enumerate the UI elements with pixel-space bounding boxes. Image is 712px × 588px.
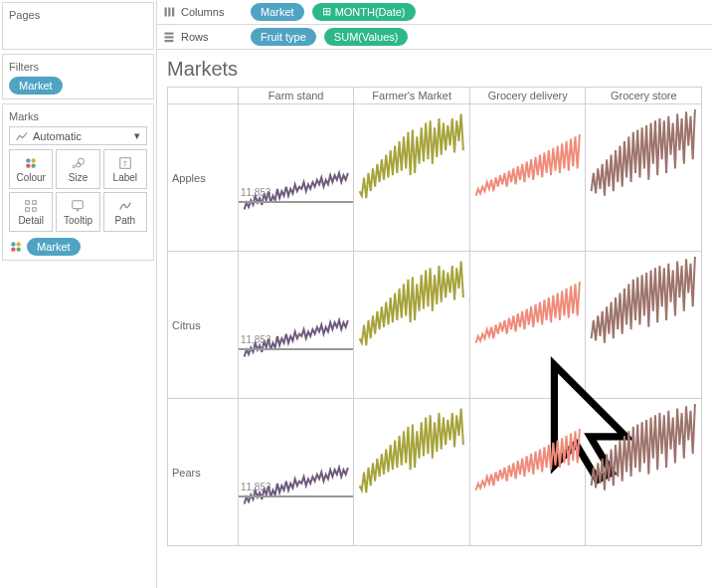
svg-point-17 — [16, 247, 20, 251]
sparkline — [239, 104, 354, 251]
svg-rect-10 — [33, 200, 37, 204]
filter-pill-market[interactable]: Market — [9, 77, 63, 95]
chart-cell[interactable]: 11,853 — [238, 252, 354, 399]
chart-cell[interactable] — [469, 399, 586, 546]
colour-label: Colour — [16, 172, 45, 183]
detail-button[interactable]: Detail — [9, 192, 53, 232]
shelves: Columns Market ⊞MONTH(Date) Rows Fruit t… — [157, 0, 712, 50]
pages-panel: Pages — [2, 2, 154, 50]
chart-cell[interactable] — [354, 252, 470, 399]
row-pill-fruit[interactable]: Fruit type — [251, 28, 316, 46]
label-button[interactable]: TLabel — [103, 149, 147, 189]
col-pill-month[interactable]: ⊞MONTH(Date) — [312, 3, 416, 21]
colour-icon — [24, 156, 38, 170]
svg-rect-19 — [168, 8, 170, 17]
baseline-label: 11,853 — [241, 334, 271, 345]
chart-cell[interactable]: 11,853 — [238, 104, 354, 252]
marks-colour-pill[interactable]: Market — [27, 238, 81, 256]
row-header[interactable]: Apples — [168, 104, 239, 252]
columns-label: Columns — [181, 6, 224, 18]
sparkline — [586, 399, 701, 545]
sparkline — [354, 399, 469, 545]
baseline-label: 11,853 — [241, 187, 271, 198]
chart-cell[interactable] — [354, 104, 470, 252]
path-label: Path — [115, 215, 136, 226]
sparkline — [470, 399, 586, 545]
pill-label: Market — [261, 6, 294, 18]
marks-panel: Marks Automatic ▾ Colour Size TLabel Det… — [2, 103, 154, 261]
chart-cell[interactable] — [586, 252, 702, 399]
size-label: Size — [69, 172, 88, 183]
size-button[interactable]: Size — [56, 149, 99, 189]
svg-rect-12 — [33, 207, 37, 211]
path-icon — [118, 199, 132, 213]
rows-icon — [163, 31, 175, 43]
chart-cell[interactable] — [586, 399, 702, 546]
chart-cell[interactable] — [469, 104, 586, 252]
detail-label: Detail — [18, 215, 44, 226]
filters-title: Filters — [9, 59, 147, 77]
svg-point-14 — [11, 242, 15, 246]
marks-mode-label: Automatic — [33, 130, 82, 142]
tooltip-icon — [71, 199, 85, 213]
chevron-down-icon: ▾ — [134, 129, 140, 142]
tooltip-button[interactable]: Tooltip — [56, 192, 99, 232]
baseline — [239, 495, 354, 497]
col-header[interactable]: Farm stand — [238, 88, 354, 104]
chart-cell[interactable] — [354, 399, 470, 546]
chart-cell[interactable] — [586, 104, 702, 252]
marks-type-select[interactable]: Automatic ▾ — [9, 126, 147, 145]
colour-button[interactable]: Colour — [9, 149, 53, 189]
pill-label: MONTH(Date) — [335, 6, 406, 18]
pages-title: Pages — [9, 7, 147, 25]
row-pill-sum[interactable]: SUM(Values) — [324, 28, 409, 46]
colour-icon — [9, 240, 23, 254]
pill-label: Fruit type — [261, 31, 306, 43]
tooltip-label: Tooltip — [64, 215, 92, 226]
col-header[interactable]: Grocery store — [586, 88, 702, 104]
sparkline — [586, 252, 701, 398]
svg-point-0 — [26, 158, 30, 162]
col-header[interactable]: Grocery delivery — [469, 88, 586, 104]
sparkline — [586, 104, 701, 251]
line-icon — [16, 130, 28, 142]
baseline-label: 11,853 — [241, 482, 271, 492]
svg-rect-18 — [165, 8, 167, 17]
chart-title: Markets — [167, 58, 702, 81]
svg-rect-21 — [165, 33, 174, 35]
svg-point-15 — [16, 242, 20, 246]
plus-icon: ⊞ — [322, 5, 331, 18]
baseline — [239, 201, 354, 203]
row-header[interactable]: Citrus — [168, 252, 239, 399]
chart-cell[interactable]: 11,853 — [238, 399, 354, 546]
col-header[interactable]: Farmer's Market — [354, 88, 470, 104]
row-header[interactable]: Pears — [168, 399, 239, 546]
svg-point-3 — [32, 163, 36, 167]
sparkline — [239, 252, 354, 398]
rows-label: Rows — [181, 31, 209, 43]
sparkline — [354, 104, 469, 251]
detail-icon — [24, 199, 38, 213]
chart-cell[interactable] — [469, 252, 586, 399]
svg-rect-22 — [165, 36, 174, 38]
trellis-grid: Farm stand Farmer's Market Grocery deliv… — [167, 87, 702, 546]
col-pill-market[interactable]: Market — [251, 3, 304, 21]
sparkline — [470, 104, 586, 251]
svg-point-16 — [11, 247, 15, 251]
svg-point-2 — [26, 163, 30, 167]
svg-rect-23 — [165, 40, 174, 42]
rows-shelf[interactable]: Rows Fruit type SUM(Values) — [157, 25, 712, 49]
sparkline — [354, 252, 469, 398]
path-button[interactable]: Path — [103, 192, 147, 232]
svg-rect-13 — [73, 200, 84, 208]
svg-point-1 — [32, 158, 36, 162]
svg-rect-11 — [26, 207, 30, 211]
marks-title: Marks — [9, 108, 147, 126]
svg-text:T: T — [123, 159, 128, 166]
sparkline — [239, 399, 354, 545]
svg-point-4 — [74, 165, 77, 168]
filters-panel: Filters Market — [2, 54, 154, 99]
baseline — [239, 348, 354, 350]
size-icon — [71, 156, 85, 170]
columns-shelf[interactable]: Columns Market ⊞MONTH(Date) — [157, 0, 712, 25]
